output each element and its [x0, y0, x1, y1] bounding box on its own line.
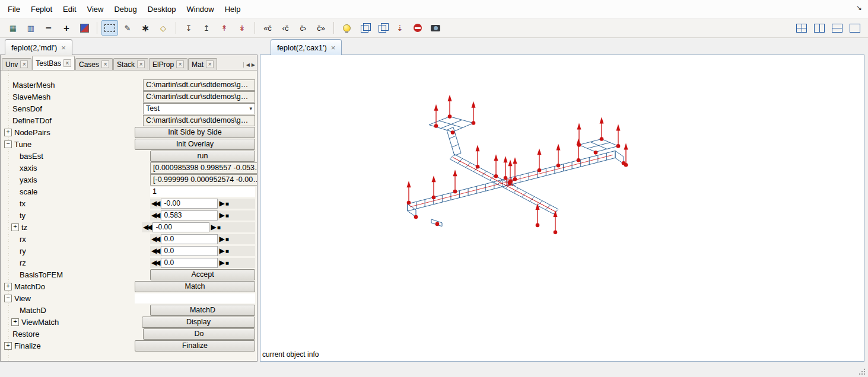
pick-node-icon[interactable]: ∗ — [137, 20, 154, 36]
snapshot-icon[interactable] — [427, 20, 444, 36]
subtab-close-icon[interactable]: × — [176, 60, 184, 68]
menu-edit[interactable]: Edit — [58, 2, 81, 17]
layout-columns-icon[interactable] — [811, 20, 828, 36]
slider-value[interactable]: 0.0 — [161, 234, 218, 244]
value-field-yaxis[interactable]: [-0.999999 0.000952574 -0.00… — [150, 174, 257, 186]
collapse-icon[interactable]: − — [4, 295, 12, 302]
slider-decrement-icon[interactable]: ◀◀ — [151, 247, 158, 255]
slider-increment-icon[interactable]: ▶ — [219, 258, 224, 267]
stop-icon[interactable] — [409, 20, 426, 36]
button-basest[interactable]: run — [150, 151, 255, 162]
subtab-scroll-right-icon[interactable]: ▶ — [252, 62, 255, 68]
colordata-icon[interactable] — [76, 20, 93, 36]
channel-last-icon[interactable]: č» — [313, 20, 329, 36]
new-figure-icon[interactable]: ▦ — [5, 20, 21, 36]
dof-select-icon[interactable]: ⇣ — [392, 20, 408, 36]
subtab-close-icon[interactable]: × — [206, 60, 214, 68]
menu-view[interactable]: View — [82, 2, 109, 17]
slider-increment-icon[interactable]: ▶ — [219, 247, 224, 255]
button-basistofem[interactable]: Accept — [150, 269, 255, 280]
subtab-close-icon[interactable]: × — [137, 60, 145, 68]
slider-decrement-icon[interactable]: ◀◀ — [151, 235, 158, 243]
slider-stop-icon[interactable]: ■ — [225, 200, 229, 207]
menu-window[interactable]: Window — [181, 2, 219, 17]
slider-increment-icon[interactable]: ▶ — [219, 235, 224, 243]
channel-prev-icon[interactable]: ‹č — [277, 20, 294, 36]
slider-increment-icon[interactable]: ▶ — [219, 199, 224, 207]
slider-decrement-icon[interactable]: ◀◀ — [151, 211, 158, 219]
expand-icon[interactable]: + — [4, 129, 12, 136]
slider-increment-icon[interactable]: ▶ — [219, 211, 224, 219]
menu-debug[interactable]: Debug — [109, 2, 142, 17]
collapse-icon[interactable]: − — [4, 140, 12, 148]
model-properties-icon[interactable]: ▥ — [23, 20, 39, 36]
expand-icon[interactable]: + — [4, 283, 12, 290]
button-finalize[interactable]: Finalize — [135, 340, 255, 352]
dropdown-sensdof[interactable]: Test▾ — [143, 103, 255, 114]
slider-stop-icon[interactable]: ■ — [217, 224, 221, 231]
subtab-mat[interactable]: Mat× — [188, 58, 217, 70]
slider-value[interactable]: 0.0 — [161, 246, 218, 256]
pick-line-icon[interactable]: ✎ — [119, 20, 136, 36]
subtab-close-icon[interactable]: × — [63, 59, 71, 67]
button-tune[interactable]: Init Overlay — [135, 139, 255, 150]
value-field-mastermesh[interactable]: C:\martin\sdt.cur\sdtdemos\g… — [143, 79, 255, 91]
slider-stop-icon[interactable]: ■ — [225, 212, 229, 219]
channel-first-icon[interactable]: «č — [259, 20, 276, 36]
slider-value[interactable]: 0.583 — [161, 210, 218, 221]
close-icon[interactable]: × — [61, 44, 66, 52]
slider-stop-icon[interactable]: ■ — [225, 236, 229, 242]
expand-icon[interactable]: + — [11, 223, 19, 231]
subtab-cases[interactable]: Cases× — [75, 58, 113, 70]
menu-feplot[interactable]: Feplot — [26, 2, 58, 17]
value-field-xaxis[interactable]: [0.000985398 0.998557 -0.053… — [150, 162, 257, 174]
slider-stop-icon[interactable]: ■ — [225, 260, 229, 266]
zoom-out-icon[interactable]: − — [40, 20, 57, 36]
layout-rows-icon[interactable] — [829, 20, 845, 36]
layout-quad-icon[interactable] — [793, 20, 810, 36]
slider-value[interactable]: -0.00 — [152, 222, 209, 232]
subtab-stack[interactable]: Stack× — [113, 58, 148, 70]
close-icon[interactable]: × — [331, 44, 336, 52]
expand-icon[interactable]: + — [11, 318, 19, 326]
rect-select-icon[interactable] — [101, 20, 118, 36]
subtab-close-icon[interactable]: × — [101, 60, 109, 68]
pick-elem-icon[interactable]: ◇ — [155, 20, 171, 36]
button-viewmatch[interactable]: Display — [142, 317, 255, 328]
tab-feplot-mdl[interactable]: feplot(2,'mdl') × — [5, 39, 72, 55]
value-field-definetdof[interactable]: C:\martin\sdt.cur\sdtdemos\g… — [143, 115, 255, 126]
slider-value[interactable]: 0.0 — [161, 258, 218, 268]
align-top-icon[interactable]: ↥ — [198, 20, 215, 36]
feplot-cube-icon[interactable] — [356, 20, 373, 36]
slider-increment-icon[interactable]: ▶ — [211, 223, 216, 231]
layout-single-icon[interactable] — [847, 20, 863, 36]
tip-of-day-icon[interactable] — [338, 20, 355, 36]
slider-decrement-icon[interactable]: ◀◀ — [151, 199, 158, 207]
subtab-close-icon[interactable]: × — [20, 60, 28, 68]
slider-decrement-icon[interactable]: ◀◀ — [143, 223, 150, 231]
align-bottom-icon[interactable]: ↧ — [180, 20, 197, 36]
slider-value[interactable]: -0.00 — [161, 199, 218, 209]
menu-desktop[interactable]: Desktop — [142, 2, 182, 17]
button-restore[interactable]: Do — [143, 328, 255, 340]
subtab-unv[interactable]: Unv× — [2, 58, 31, 70]
slider-stop-icon[interactable]: ■ — [225, 248, 229, 254]
sensor-show-icon[interactable]: ↟ — [216, 20, 233, 36]
expand-icon[interactable]: + — [4, 342, 12, 350]
button-matchdo[interactable]: Match — [135, 281, 255, 292]
iiplot-cube-icon[interactable] — [374, 20, 390, 36]
value-field-slavemesh[interactable]: C:\martin\sdt.cur\sdtdemos\g… — [143, 91, 255, 103]
tab-feplot-cax1[interactable]: feplot(2,'cax1') × — [271, 39, 342, 55]
dock-arrow-icon[interactable]: ↘ — [856, 4, 862, 12]
subtab-testbas[interactable]: TestBas× — [32, 56, 75, 70]
sensor-hide-icon[interactable]: ↡ — [234, 20, 250, 36]
button-matchd[interactable]: MatchD — [150, 305, 255, 316]
subtab-scroll-left-icon[interactable]: ◀ — [246, 62, 250, 68]
menu-help[interactable]: Help — [220, 2, 246, 17]
button-nodepairs[interactable]: Init Side by Side — [135, 127, 255, 138]
resize-grip[interactable] — [858, 367, 866, 375]
plot-canvas[interactable]: current object info — [260, 55, 864, 362]
subtab-elprop[interactable]: ElProp× — [149, 58, 187, 70]
menu-file[interactable]: File — [2, 2, 26, 17]
slider-decrement-icon[interactable]: ◀◀ — [151, 258, 158, 267]
